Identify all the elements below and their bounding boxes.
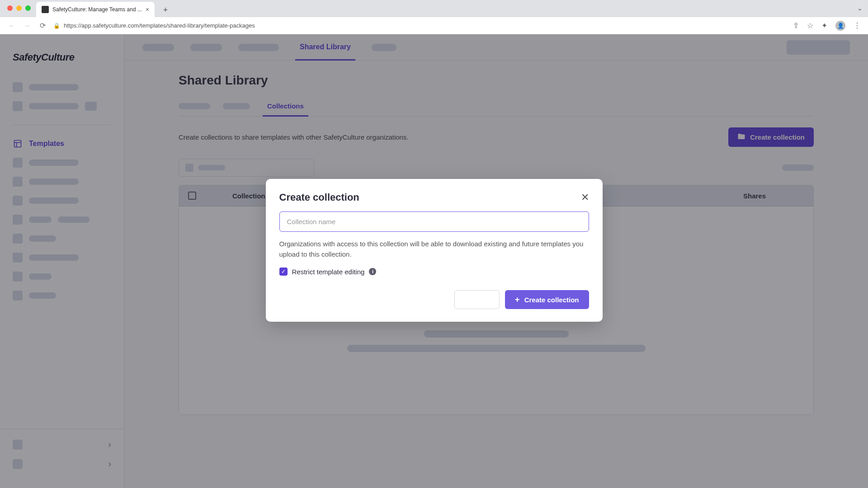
restrict-editing-label: Restrict template editing [292,268,365,276]
close-tab-icon[interactable]: × [146,6,149,13]
restrict-editing-row: ✓ Restrict template editing i [279,267,589,276]
forward-button[interactable]: → [23,22,32,30]
tab-favicon [42,6,49,13]
modal-footer: + Create collection [279,290,589,309]
close-icon: ✕ [581,192,589,203]
browser-tab[interactable]: SafetyCulture: Manage Teams and ... × [36,2,155,17]
modal-title: Create collection [279,192,359,203]
address-bar: ← → ⟳ 🔒 https://app.safetyculture.com/te… [0,17,868,34]
create-collection-submit-button[interactable]: + Create collection [505,290,589,309]
collection-name-input[interactable] [279,211,589,232]
modal-description: Organizations with access to this collec… [279,239,589,259]
url-box[interactable]: 🔒 https://app.safetyculture.com/template… [53,22,787,29]
lock-icon: 🔒 [53,23,60,29]
modal-overlay[interactable]: Create collection ✕ Organizations with a… [0,34,868,488]
close-modal-button[interactable]: ✕ [581,192,589,203]
url-text: https://app.safetyculture.com/templates/… [64,22,255,29]
create-collection-modal: Create collection ✕ Organizations with a… [266,179,603,322]
new-tab-button[interactable]: + [159,4,172,16]
cancel-button[interactable] [454,290,500,309]
back-button[interactable]: ← [7,22,16,30]
create-collection-submit-label: Create collection [524,296,579,304]
share-icon[interactable]: ⇧ [793,21,799,30]
plus-icon: + [515,296,520,304]
info-icon[interactable]: i [369,268,376,275]
app-root: SafetyCulture Templates [0,34,868,488]
star-icon[interactable]: ☆ [807,21,813,30]
window-maximize[interactable] [25,5,31,11]
restrict-editing-checkbox[interactable]: ✓ [279,267,288,276]
window-controls [7,5,31,11]
menu-icon[interactable]: ⋮ [854,21,861,30]
tab-title: SafetyCulture: Manage Teams and ... [52,6,142,13]
modal-header: Create collection ✕ [279,192,589,203]
browser-chrome: SafetyCulture: Manage Teams and ... × + … [0,0,868,34]
reload-button[interactable]: ⟳ [38,21,47,30]
tabs-dropdown-icon[interactable]: ⌄ [857,5,863,12]
window-close[interactable] [7,5,13,11]
extensions-icon[interactable]: ✦ [821,21,827,30]
window-minimize[interactable] [16,5,22,11]
profile-avatar[interactable]: 👤 [835,21,845,31]
browser-tab-bar: SafetyCulture: Manage Teams and ... × + … [0,0,868,17]
